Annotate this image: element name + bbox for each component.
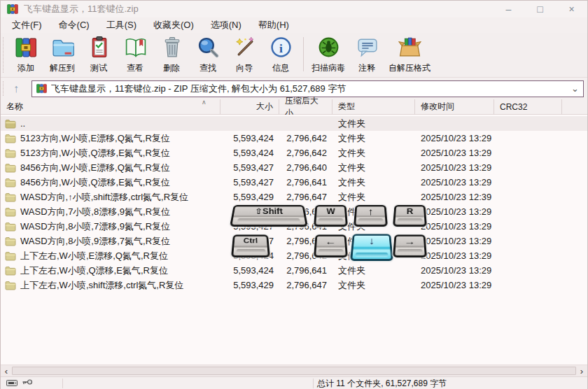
- modified-cell: 2025/10/23 13:29: [415, 278, 494, 292]
- folder-icon: [5, 148, 16, 158]
- table-row[interactable]: WASD方向,8小喷,9漂移,7氮气,R复位5,593,4272,796,640…: [1, 234, 587, 248]
- column-header-4[interactable]: 修改时间: [415, 99, 494, 114]
- menu-item[interactable]: 文件(F): [4, 17, 50, 33]
- packed-size-cell: 2,796,647: [279, 190, 332, 204]
- folder-icon: [5, 236, 16, 246]
- toolbar-button-info[interactable]: i信息: [262, 33, 299, 74]
- winrar-app-icon: [7, 3, 18, 15]
- type-cell: 文件夹: [332, 263, 415, 278]
- toolbar-button-label: 查看: [127, 62, 144, 74]
- modified-cell: [415, 116, 494, 131]
- modified-cell: 2025/10/23 13:29: [415, 131, 494, 146]
- crc32-cell: [494, 263, 562, 278]
- status-total-summary: 总计 11 个文件夹, 61,527,689 字节: [317, 377, 447, 389]
- file-name-text: 8456方向,W小喷,E漂移,Q氮气,R复位: [20, 162, 170, 174]
- table-row[interactable]: 5123方向,W小喷,Q漂移,E氮气,R复位5,593,4242,796,642…: [1, 146, 587, 160]
- toolbar-button-test-clipboard[interactable]: 测试: [80, 33, 117, 74]
- toolbar-button-virus-scan[interactable]: 扫描病毒: [308, 33, 349, 74]
- type-cell: 文件夹: [332, 131, 415, 146]
- type-cell: 文件夹: [332, 175, 415, 190]
- modified-cell: 2025/10/23 13:29: [415, 146, 494, 160]
- toolbar-button-find-magnifier[interactable]: 查找: [190, 33, 226, 74]
- type-cell: 文件夹: [332, 234, 415, 248]
- scrollbar-thumb[interactable]: [12, 367, 576, 375]
- modified-cell: 2025/10/23 13:29: [415, 234, 494, 248]
- size-cell: 5,593,427: [220, 219, 279, 234]
- table-row[interactable]: WASD方向,7小喷,8漂移,9氮气,R复位5,593,4272,796,641…: [1, 204, 587, 219]
- crc32-cell: [494, 116, 562, 131]
- packed-size-cell: 2,796,642: [279, 248, 332, 263]
- file-name-cell: 上下左右,W小喷,shift漂移,ctrl氮气,R复位: [1, 278, 220, 292]
- packed-size-cell: 2,796,641: [279, 219, 332, 234]
- file-name-text: WASD方向,7小喷,8漂移,9氮气,R复位: [20, 206, 170, 218]
- crc32-cell: [494, 146, 562, 160]
- modified-cell: 2025/10/23 13:29: [415, 160, 494, 175]
- column-header-2[interactable]: 压缩后大小: [279, 99, 332, 114]
- sfx-box-icon: [398, 36, 421, 61]
- file-name-text: 5123方向,W小喷,Q漂移,E氮气,R复位: [20, 147, 170, 160]
- minimize-button[interactable]: –: [493, 1, 524, 17]
- file-name-cell: WASD方向,7小喷,8漂移,9氮气,R复位: [1, 204, 220, 219]
- file-name-text: WASD方向,8小喷,7漂移,9氮气,R复位: [20, 220, 170, 233]
- toolbar-button-view-book[interactable]: 查看: [117, 33, 153, 74]
- table-row[interactable]: 上下左右,W小喷,E漂移,Q氮气,R复位5,593,4242,796,642文件…: [1, 248, 587, 263]
- column-header-1[interactable]: 大小: [220, 99, 279, 114]
- scroll-right-icon[interactable]: ›: [576, 366, 587, 376]
- column-header-row: ∧ 名称大小压缩后大小类型修改时间CRC32: [1, 99, 587, 115]
- toolbar-button-extract-folder[interactable]: 解压到: [44, 33, 80, 74]
- modified-cell: 2025/10/23 13:29: [415, 204, 494, 219]
- up-one-level-button[interactable]: ↑: [6, 80, 27, 97]
- packed-size-cell: 2,796,641: [279, 175, 332, 190]
- table-row[interactable]: 5123方向,W小喷,E漂移,Q氮气,R复位5,593,4242,796,642…: [1, 131, 587, 146]
- window-title: 飞车键盘显示，11套键位.zip: [24, 3, 493, 15]
- size-cell: 5,593,424: [220, 263, 279, 278]
- toolbar-button-wizard-wand[interactable]: 向导: [226, 33, 262, 74]
- column-header-0[interactable]: 名称: [1, 99, 220, 114]
- horizontal-scrollbar[interactable]: ‹ ›: [1, 365, 587, 376]
- menu-item[interactable]: 工具(S): [98, 17, 145, 33]
- toolbar-button-comment[interactable]: 注释: [349, 33, 385, 74]
- toolbar-button-label: 自解压格式: [388, 62, 430, 74]
- menu-item[interactable]: 选项(N): [202, 17, 250, 33]
- add-books-icon: [15, 36, 38, 61]
- toolbar-button-sfx-box[interactable]: 自解压格式: [385, 33, 434, 74]
- folder-icon: [5, 266, 16, 276]
- table-row[interactable]: WASD方向,↑小喷,shift漂移,ctrl氮气,R复位5,593,4292,…: [1, 190, 587, 204]
- table-row[interactable]: 8456方向,W小喷,Q漂移,E氮气,R复位5,593,4272,796,641…: [1, 175, 587, 190]
- type-cell: 文件夹: [332, 190, 415, 204]
- crc32-cell: [494, 234, 562, 248]
- file-name-text: 5123方向,W小喷,E漂移,Q氮气,R复位: [20, 132, 170, 145]
- scroll-left-icon[interactable]: ‹: [1, 366, 12, 376]
- column-header-5[interactable]: CRC32: [494, 99, 562, 114]
- table-row[interactable]: 8456方向,W小喷,E漂移,Q氮气,R复位5,593,4272,796,640…: [1, 160, 587, 175]
- menu-item[interactable]: 命令(C): [50, 17, 98, 33]
- up-arrow-icon: ↑: [13, 83, 19, 95]
- table-row[interactable]: 上下左右,W小喷,shift漂移,ctrl氮气,R复位5,593,4292,79…: [1, 278, 587, 292]
- table-row[interactable]: WASD方向,8小喷,7漂移,9氮气,R复位5,593,4272,796,641…: [1, 219, 587, 234]
- column-header-3[interactable]: 类型: [332, 99, 415, 114]
- packed-size-cell: 2,796,641: [279, 204, 332, 219]
- type-cell: 文件夹: [332, 116, 415, 131]
- toolbar-button-delete-trash[interactable]: 删除: [153, 33, 190, 74]
- menu-item[interactable]: 收藏夹(O): [145, 17, 202, 33]
- close-button[interactable]: ×: [556, 1, 587, 17]
- size-cell: 5,593,427: [220, 160, 279, 175]
- winrar-window: 飞车键盘显示，11套键位.zip – □ × 文件(F)命令(C)工具(S)收藏…: [0, 0, 588, 389]
- sort-ascending-icon: ∧: [202, 99, 206, 106]
- chevron-down-icon[interactable]: ⌄: [567, 83, 579, 94]
- menu-item[interactable]: 帮助(H): [250, 17, 298, 33]
- key-icon[interactable]: [22, 379, 33, 389]
- table-row[interactable]: ..文件夹: [1, 116, 587, 131]
- table-row[interactable]: 上下左右,W小喷,Q漂移,E氮气,R复位5,593,4242,796,641文件…: [1, 263, 587, 278]
- maximize-button[interactable]: □: [524, 1, 556, 17]
- svg-text:i: i: [279, 41, 283, 55]
- packed-size-cell: 2,796,642: [279, 146, 332, 160]
- crc32-cell: [494, 160, 562, 175]
- modified-cell: 2025/10/23 12:39: [415, 190, 494, 204]
- size-cell: 5,593,427: [220, 234, 279, 248]
- toolbar-button-add-books[interactable]: 添加: [8, 33, 44, 74]
- size-cell: 5,593,429: [220, 278, 279, 292]
- virus-scan-icon: [317, 36, 340, 61]
- drive-icon[interactable]: [6, 379, 18, 389]
- modified-cell: 2025/10/23 13:29: [415, 263, 494, 278]
